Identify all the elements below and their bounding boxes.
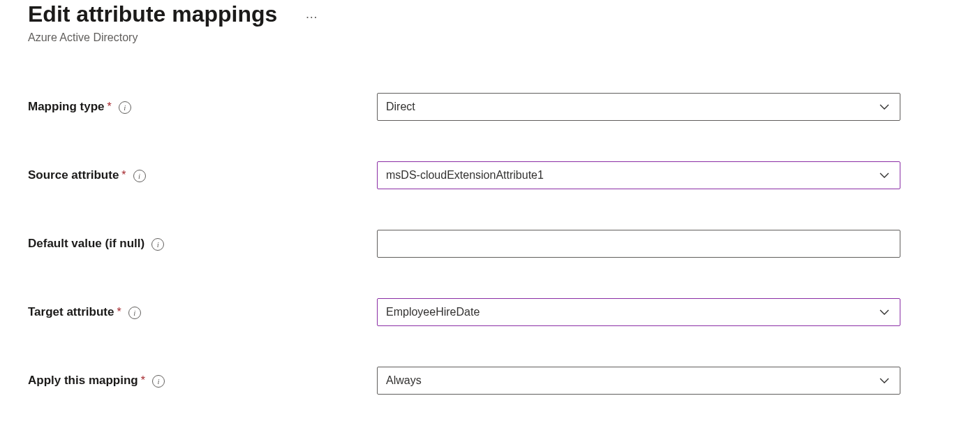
source-attribute-select[interactable]: msDS-cloudExtensionAttribute1	[377, 161, 900, 189]
info-icon[interactable]: i	[128, 307, 141, 319]
select-value: msDS-cloudExtensionAttribute1	[386, 169, 544, 182]
required-indicator: *	[107, 101, 112, 112]
row-mapping-type: Mapping type* i Direct	[28, 93, 952, 121]
label-cell: Default value (if null) i	[28, 237, 377, 251]
select-value: Direct	[386, 101, 415, 113]
label-target-attribute: Target attribute*	[28, 305, 121, 319]
required-indicator: *	[141, 374, 145, 386]
control-cell: Direct	[377, 93, 900, 121]
label-cell: Source attribute* i	[28, 168, 377, 182]
chevron-down-icon	[879, 307, 890, 318]
label-default-value: Default value (if null)	[28, 237, 144, 251]
label-mapping-type: Mapping type*	[28, 100, 112, 114]
title-row: Edit attribute mappings …	[28, 1, 952, 27]
row-target-attribute: Target attribute* i EmployeeHireDate	[28, 298, 952, 326]
mapping-type-select[interactable]: Direct	[377, 93, 900, 121]
row-apply-mapping: Apply this mapping* i Always	[28, 367, 952, 395]
select-value: EmployeeHireDate	[386, 306, 480, 318]
chevron-down-icon	[879, 170, 890, 181]
control-cell: msDS-cloudExtensionAttribute1	[377, 161, 900, 189]
label-source-attribute: Source attribute*	[28, 168, 126, 182]
required-indicator: *	[121, 169, 126, 181]
label-cell: Target attribute* i	[28, 305, 377, 319]
control-cell: EmployeeHireDate	[377, 298, 900, 326]
row-source-attribute: Source attribute* i msDS-cloudExtensionA…	[28, 161, 952, 189]
page-subtitle: Azure Active Directory	[28, 31, 952, 44]
label-cell: Apply this mapping* i	[28, 374, 377, 388]
control-cell: Always	[377, 367, 900, 395]
row-default-value: Default value (if null) i	[28, 230, 952, 258]
chevron-down-icon	[879, 101, 890, 112]
form: Mapping type* i Direct Source attribute*…	[28, 93, 952, 395]
apply-mapping-select[interactable]: Always	[377, 367, 900, 395]
info-icon[interactable]: i	[152, 375, 165, 388]
control-cell	[377, 230, 900, 258]
default-value-input[interactable]	[377, 230, 900, 258]
chevron-down-icon	[879, 375, 890, 386]
label-apply-mapping: Apply this mapping*	[28, 374, 145, 388]
info-icon[interactable]: i	[133, 170, 146, 182]
target-attribute-select[interactable]: EmployeeHireDate	[377, 298, 900, 326]
select-value: Always	[386, 374, 422, 387]
info-icon[interactable]: i	[119, 101, 131, 114]
more-actions-button[interactable]: …	[299, 4, 325, 24]
page-header: Edit attribute mappings … Azure Active D…	[28, 0, 952, 44]
page-title: Edit attribute mappings	[28, 1, 277, 27]
info-icon[interactable]: i	[151, 238, 164, 251]
label-cell: Mapping type* i	[28, 100, 377, 114]
required-indicator: *	[117, 306, 121, 318]
